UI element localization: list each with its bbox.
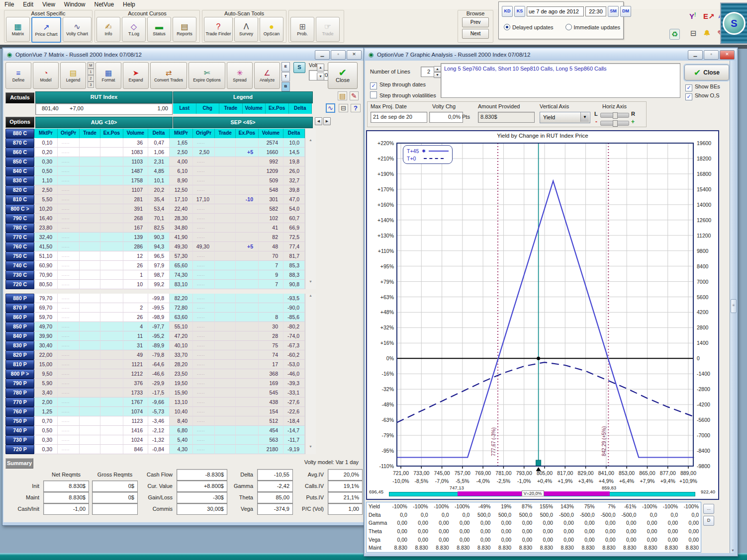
option-cell[interactable]: 9 — [259, 270, 283, 280]
option-cell[interactable] — [80, 242, 100, 251]
option-cell[interactable] — [100, 426, 123, 435]
option-cell[interactable] — [80, 435, 100, 445]
option-cell[interactable]: 75 — [259, 341, 283, 350]
option-cell[interactable]: ..... — [193, 280, 215, 289]
option-cell[interactable]: 90,3 — [148, 233, 170, 242]
option-cell[interactable]: 12 — [123, 251, 148, 261]
option-cell[interactable]: 70,90 — [34, 270, 58, 280]
option-cell[interactable] — [100, 341, 123, 350]
option-cell[interactable]: ..... — [58, 280, 80, 289]
option-cell[interactable]: 96,5 — [148, 251, 170, 261]
option-cell[interactable]: 65,60 — [170, 261, 193, 270]
option-cell[interactable] — [80, 251, 100, 261]
option-cell[interactable] — [236, 445, 259, 454]
option-cell[interactable]: 47,0 — [283, 195, 305, 204]
option-cell[interactable] — [215, 303, 236, 313]
option-cell[interactable]: 19,50 — [170, 379, 193, 388]
option-cell[interactable] — [236, 214, 259, 223]
option-cell[interactable] — [80, 166, 100, 176]
option-cell[interactable] — [215, 223, 236, 233]
option-cell[interactable]: 1733 — [123, 388, 148, 398]
scroll-left-icon[interactable]: ◀ — [315, 117, 322, 125]
option-cell[interactable]: 28,30 — [170, 214, 193, 223]
option-cell[interactable]: 36 — [123, 138, 148, 148]
option-cell[interactable]: ..... — [58, 138, 80, 148]
option-cell[interactable]: 1212 — [123, 369, 148, 379]
strike-button[interactable]: 760 P — [5, 407, 34, 416]
strike-button[interactable]: 810 P — [5, 360, 34, 369]
option-cell[interactable]: 80,50 — [34, 280, 58, 289]
table-scrollbar[interactable] — [305, 166, 316, 176]
graph-close-button[interactable]: ✔Close — [684, 65, 729, 80]
option-cell[interactable]: 1416 — [123, 426, 148, 435]
option-cell[interactable]: ..... — [193, 157, 215, 166]
option-cell[interactable]: 1767 — [123, 398, 148, 407]
option-cell[interactable]: 582 — [259, 204, 283, 214]
option-cell[interactable]: 992 — [259, 157, 283, 166]
option-cell[interactable]: 2,50 — [34, 185, 58, 195]
option-cell[interactable] — [236, 233, 259, 242]
show-bes-checkbox[interactable]: ✓Show BEs — [685, 83, 720, 91]
option-cell[interactable] — [215, 369, 236, 379]
option-cell[interactable]: 74 — [259, 350, 283, 360]
option-cell[interactable] — [100, 360, 123, 369]
option-cell[interactable]: 509 — [259, 176, 283, 185]
option-cell[interactable]: 16,40 — [34, 214, 58, 223]
option-cell[interactable] — [215, 233, 236, 242]
option-cell[interactable] — [80, 379, 100, 388]
option-cell[interactable] — [215, 294, 236, 303]
option-cell[interactable]: 286 — [123, 242, 148, 251]
option-cell[interactable]: -46,6 — [148, 369, 170, 379]
matrix-button[interactable]: ▦Matrix — [6, 17, 30, 42]
skip-back-step-button[interactable]: KS — [514, 6, 525, 17]
option-cell[interactable]: 545 — [259, 388, 283, 398]
option-cell[interactable]: 563 — [259, 435, 283, 445]
option-cell[interactable] — [215, 214, 236, 223]
option-cell[interactable]: 9,50 — [34, 369, 58, 379]
close-window-button[interactable]: ✕ — [347, 50, 362, 60]
option-cell[interactable]: -0,84 — [148, 445, 170, 454]
option-cell[interactable]: 6,80 — [170, 426, 193, 435]
option-cell[interactable]: 0,50 — [34, 166, 58, 176]
option-cell[interactable] — [80, 407, 100, 416]
option-cell[interactable] — [100, 435, 123, 445]
option-cell[interactable]: 454 — [259, 426, 283, 435]
option-cell[interactable] — [236, 322, 259, 331]
option-cell[interactable]: 54,0 — [283, 204, 305, 214]
table-scrollbar[interactable] — [305, 388, 316, 398]
option-cell[interactable]: 1487 — [123, 166, 148, 176]
option-cell[interactable] — [215, 313, 236, 322]
option-cell[interactable]: 33,70 — [170, 350, 193, 360]
option-cell[interactable] — [236, 303, 259, 313]
spin-down-icon[interactable]: ▼ — [317, 73, 324, 80]
option-cell[interactable]: ..... — [58, 148, 80, 157]
option-cell[interactable] — [80, 322, 100, 331]
option-cell[interactable]: 1121 — [123, 360, 148, 369]
option-cell[interactable]: -98,9 — [148, 313, 170, 322]
option-cell[interactable] — [215, 251, 236, 261]
help-icon[interactable]: ? — [351, 104, 361, 112]
option-cell[interactable] — [80, 223, 100, 233]
minimize-button[interactable]: ▁ — [688, 50, 703, 60]
print-icon[interactable]: ⊟ — [690, 29, 697, 38]
option-cell[interactable] — [236, 369, 259, 379]
option-cell[interactable]: 41,90 — [170, 233, 193, 242]
table-scrollbar[interactable] — [305, 185, 316, 195]
step-through-dates-checkbox[interactable]: ✓Step through dates — [370, 81, 426, 89]
matrix-spinner[interactable]: ▲ ▼ — [317, 64, 324, 80]
option-cell[interactable]: 1 — [123, 270, 148, 280]
option-cell[interactable]: ..... — [58, 195, 80, 204]
option-cell[interactable] — [80, 185, 100, 195]
option-cell[interactable]: 14,5 — [283, 148, 305, 157]
option-cell[interactable]: ..... — [58, 294, 80, 303]
option-cell[interactable] — [100, 157, 123, 166]
option-cell[interactable] — [80, 148, 100, 157]
option-cell[interactable]: 26 — [123, 313, 148, 322]
option-cell[interactable]: 63,60 — [170, 313, 193, 322]
option-cell[interactable] — [100, 322, 123, 331]
option-cell[interactable] — [236, 331, 259, 341]
option-cell[interactable] — [236, 350, 259, 360]
table-scrollbar[interactable] — [305, 148, 316, 157]
option-cell[interactable] — [80, 331, 100, 341]
spin-up-icon[interactable]: ▲ — [317, 64, 324, 72]
